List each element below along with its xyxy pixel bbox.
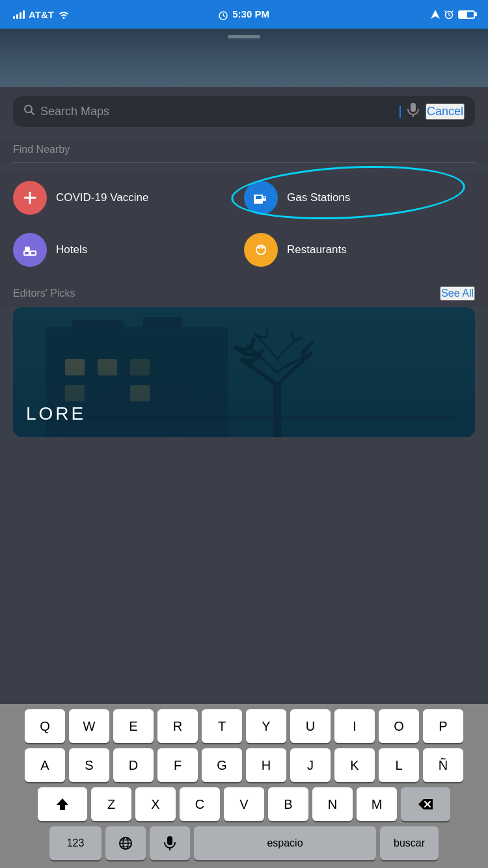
featured-card[interactable]: LORE — [13, 307, 475, 437]
backspace-key[interactable] — [401, 787, 450, 821]
cancel-button[interactable]: Cancel — [426, 103, 465, 120]
svg-rect-8 — [256, 196, 262, 199]
key-a[interactable]: A — [25, 748, 65, 782]
covid-label: COVID-19 Vaccine — [56, 191, 148, 204]
key-u[interactable]: U — [290, 709, 331, 743]
gas-stations-label: Gas Stations — [287, 191, 350, 204]
status-right-icons — [431, 9, 475, 20]
shift-key[interactable] — [38, 787, 87, 821]
clock-icon — [219, 11, 228, 20]
nearby-item-covid[interactable]: COVID-19 Vaccine — [13, 172, 244, 224]
key-p[interactable]: P — [423, 709, 463, 743]
keyboard-mic-key[interactable] — [150, 826, 190, 860]
key-r[interactable]: R — [157, 709, 198, 743]
key-t[interactable]: T — [202, 709, 242, 743]
svg-rect-13 — [25, 252, 29, 254]
hotels-label: Hotels — [56, 243, 87, 256]
key-z[interactable]: Z — [91, 787, 131, 821]
nearby-item-restaurant[interactable]: Restaurants — [244, 224, 475, 276]
svg-rect-3 — [411, 103, 416, 112]
svg-rect-10 — [264, 197, 265, 198]
restaurant-icon — [244, 233, 278, 267]
key-g[interactable]: G — [202, 748, 242, 782]
svg-rect-15 — [25, 247, 30, 251]
divider — [13, 162, 475, 163]
status-time: 5:30 PM — [219, 8, 269, 20]
wifi-icon — [58, 10, 70, 19]
location-icon — [431, 10, 440, 19]
key-y[interactable]: Y — [246, 709, 286, 743]
key-w[interactable]: W — [69, 709, 109, 743]
battery-icon — [458, 10, 475, 19]
search-bar-container[interactable]: Search Maps Cancel — [13, 96, 475, 127]
key-ntilde[interactable]: Ñ — [423, 748, 463, 782]
alarm-icon — [444, 9, 454, 20]
key-q[interactable]: Q — [25, 709, 65, 743]
svg-rect-41 — [167, 836, 172, 845]
key-e[interactable]: E — [113, 709, 154, 743]
keyboard: Q W E R T Y U I O P A S D F G H J K L Ñ … — [0, 704, 488, 868]
space-key[interactable]: espacio — [194, 826, 376, 860]
keyboard-row-2: A S D F G H J K L Ñ — [3, 748, 485, 782]
search-panel: Search Maps Cancel — [0, 87, 488, 127]
key-v[interactable]: V — [224, 787, 264, 821]
key-d[interactable]: D — [113, 748, 154, 782]
map-background — [0, 29, 488, 87]
key-o[interactable]: O — [379, 709, 419, 743]
drag-handle[interactable] — [228, 35, 260, 38]
globe-key[interactable] — [105, 826, 146, 860]
key-x[interactable]: X — [135, 787, 176, 821]
nearby-item-hotel[interactable]: Hotels — [13, 224, 244, 276]
key-j[interactable]: J — [290, 748, 331, 782]
key-i[interactable]: I — [334, 709, 375, 743]
carrier-label: AT&T — [29, 9, 54, 20]
svg-line-18 — [258, 247, 260, 249]
see-all-button[interactable]: See All — [440, 286, 475, 301]
key-f[interactable]: F — [157, 748, 198, 782]
keyboard-row-3: Z X C V B N M — [3, 787, 485, 821]
key-k[interactable]: K — [334, 748, 375, 782]
cursor — [400, 106, 401, 118]
hotel-icon — [13, 233, 47, 267]
numbers-key[interactable]: 123 — [49, 826, 102, 860]
mic-icon[interactable] — [407, 103, 419, 120]
search-input[interactable]: Search Maps — [40, 105, 394, 118]
key-c[interactable]: C — [180, 787, 220, 821]
nearby-grid: COVID-19 Vaccine Gas Stations Hot — [0, 172, 488, 276]
restaurants-label: Restaurants — [287, 243, 347, 256]
find-nearby-section: Find Nearby — [0, 140, 488, 163]
signal-bars-icon — [13, 10, 25, 19]
key-s[interactable]: S — [69, 748, 109, 782]
search-icon — [23, 104, 35, 119]
key-n[interactable]: N — [312, 787, 353, 821]
svg-marker-33 — [57, 798, 68, 810]
featured-title: LORE — [26, 403, 86, 424]
nearby-item-gas[interactable]: Gas Stations — [244, 172, 475, 224]
key-l[interactable]: L — [379, 748, 419, 782]
svg-rect-14 — [31, 252, 35, 254]
key-h[interactable]: H — [246, 748, 286, 782]
svg-line-19 — [262, 247, 264, 249]
covid-icon — [13, 181, 47, 215]
search-action-key[interactable]: buscar — [380, 826, 439, 860]
status-bar: AT&T 5:30 PM — [0, 0, 488, 29]
find-nearby-label: Find Nearby — [13, 140, 475, 162]
editors-picks-header: Editors' Picks See All — [0, 276, 488, 307]
status-left: AT&T — [13, 9, 70, 20]
key-m[interactable]: M — [357, 787, 397, 821]
gas-station-icon — [244, 181, 278, 215]
editors-picks-label: Editors' Picks — [13, 288, 75, 299]
keyboard-row-4: 123 espacio buscar — [3, 826, 485, 860]
key-b[interactable]: B — [268, 787, 308, 821]
keyboard-row-1: Q W E R T Y U I O P — [3, 709, 485, 743]
